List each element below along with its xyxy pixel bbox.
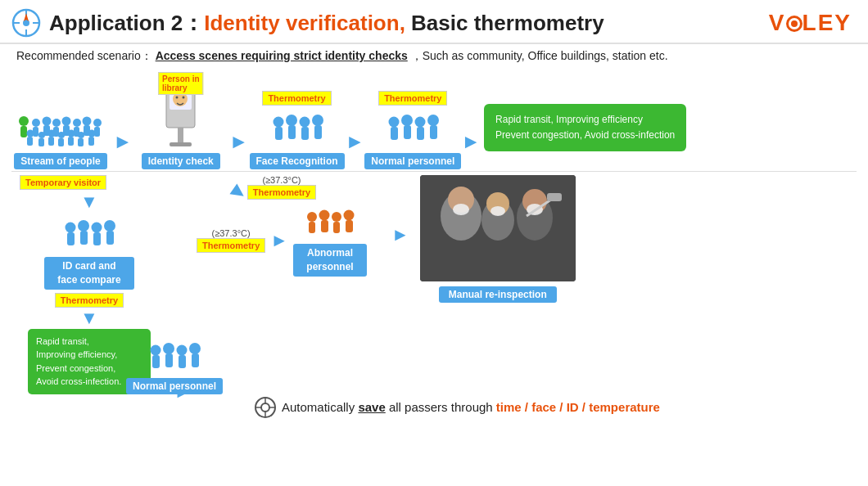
svg-rect-91: [165, 353, 173, 367]
svg-point-15: [62, 117, 71, 126]
node-stream: Stream of people: [11, 105, 110, 169]
svg-rect-22: [94, 127, 100, 137]
svg-point-66: [104, 220, 115, 232]
svg-point-29: [58, 132, 65, 138]
svg-point-88: [151, 344, 161, 355]
face-recog-people-svg: [269, 109, 326, 150]
header: Application 2：Identity verification, Bas…: [0, 0, 868, 44]
svg-rect-32: [68, 137, 74, 146]
svg-point-90: [163, 343, 174, 354]
thermometry-tag-1: Thermometry: [262, 91, 331, 106]
thermometry-tag-2: Thermometry: [378, 91, 447, 106]
stream-icon-area: [16, 105, 106, 150]
node-normal: Thermometry Normal personnel: [368, 91, 458, 169]
svg-point-84: [491, 206, 505, 216]
arrow-to-abnormal: ►: [270, 230, 288, 251]
id-compare-people-svg: [61, 214, 118, 255]
svg-rect-59: [430, 125, 437, 139]
arrow-1: ►: [113, 130, 133, 169]
node-face-recog: Thermometry Face Recognition: [252, 91, 342, 169]
crosshair-icon: [254, 396, 277, 419]
stream-people-svg: [16, 105, 106, 150]
svg-point-56: [415, 117, 426, 128]
face-recog-label: Face Recognition: [250, 153, 345, 169]
result-box-top: Rapid transit, Improving efficiency Prev…: [484, 104, 686, 151]
svg-rect-49: [301, 127, 309, 140]
kiosk-svg: [158, 88, 203, 150]
svg-point-58: [427, 115, 439, 126]
photo-svg: [420, 175, 576, 281]
svg-point-68: [307, 212, 317, 222]
svg-point-35: [88, 130, 96, 137]
svg-point-11: [43, 117, 52, 126]
app-label: Application 2：: [49, 11, 204, 35]
svg-rect-89: [152, 355, 160, 368]
svg-rect-71: [321, 220, 328, 232]
face-recog-icon-area: [269, 109, 326, 150]
abnormal-label: Abnormal personnel: [293, 244, 367, 277]
svg-point-31: [68, 130, 75, 137]
abnormal-people-svg: [304, 205, 357, 244]
svg-point-97: [261, 403, 269, 412]
svg-rect-55: [404, 125, 411, 139]
svg-rect-63: [80, 231, 88, 245]
svg-point-25: [38, 132, 45, 138]
svg-point-19: [83, 117, 92, 126]
svg-rect-69: [309, 222, 315, 233]
down-arrow-2: ▼: [80, 308, 98, 329]
identity-label: Identity check: [142, 153, 220, 169]
svg-point-40: [176, 97, 179, 99]
svg-point-74: [343, 210, 354, 221]
manual-reinspection-label: Manual re-inspection: [439, 286, 557, 303]
person-in-library-tag: Person in library: [158, 72, 204, 95]
arrow-3: ►: [346, 130, 365, 169]
svg-rect-28: [48, 137, 54, 146]
svg-rect-53: [391, 127, 398, 140]
svg-rect-30: [58, 138, 64, 146]
scenario-bold: Access scenes requiring strict identity …: [156, 49, 408, 62]
normal-bottom-label: Normal personnel: [126, 378, 223, 394]
svg-rect-34: [78, 138, 84, 146]
node-identity: Person in library: [136, 74, 226, 169]
svg-point-62: [78, 220, 89, 232]
svg-point-94: [189, 343, 201, 354]
svg-point-64: [92, 223, 102, 233]
arrow-4: ►: [461, 130, 481, 169]
svg-point-50: [312, 115, 323, 126]
svg-point-60: [66, 223, 76, 233]
scenario-line: Recommended scenario： Access scenes requ…: [0, 44, 868, 69]
normal-label: Normal personnel: [364, 153, 461, 169]
normal-icon-area: [384, 109, 441, 150]
thermometry-tag-4: Thermometry: [197, 238, 265, 253]
normal-people-svg: [384, 109, 441, 150]
arrow-2: ►: [229, 130, 249, 169]
svg-rect-87: [547, 193, 562, 201]
svg-rect-95: [192, 353, 199, 367]
svg-point-46: [286, 115, 297, 126]
svg-rect-93: [179, 355, 186, 368]
svg-point-48: [299, 117, 310, 128]
svg-point-21: [93, 119, 102, 127]
svg-point-92: [177, 344, 188, 355]
threshold-label-1: (≥37.3°C): [262, 175, 301, 185]
svg-point-54: [401, 115, 413, 126]
svg-rect-47: [288, 125, 296, 139]
svg-rect-51: [314, 125, 322, 139]
svg-point-83: [453, 204, 469, 215]
svg-point-13: [52, 119, 61, 127]
thermometry-tag-3: Thermometry: [247, 185, 316, 200]
svg-point-33: [78, 132, 84, 138]
thermometry-tag-mid: Thermometry: [55, 293, 124, 308]
svg-rect-67: [106, 231, 114, 245]
basic-label: Basic thermometry: [405, 11, 604, 35]
svg-point-72: [332, 212, 341, 222]
svg-rect-61: [67, 232, 75, 245]
svg-point-44: [273, 117, 283, 128]
inspection-photo: [420, 175, 576, 281]
identity-icon-area: Person in library: [158, 74, 203, 150]
svg-point-9: [32, 119, 40, 127]
page: Application 2：Identity verification, Bas…: [0, 0, 868, 486]
threshold-label-2: (≥37.3°C): [212, 228, 251, 238]
down-arrow-1: ▼: [80, 191, 98, 213]
svg-rect-8: [20, 126, 27, 137]
